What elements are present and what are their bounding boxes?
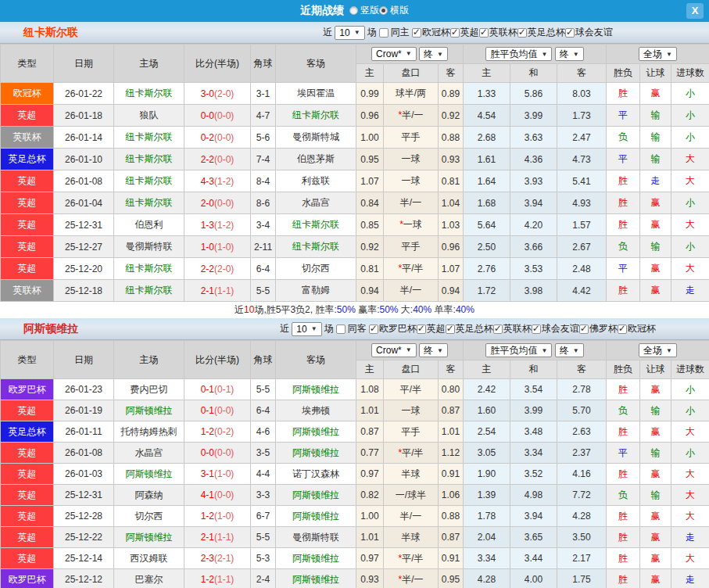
cell-away-team: 曼彻斯特联 [276,527,356,548]
cell-corners: 5-5 [251,379,276,400]
cell-spread-result: 赢 [640,192,671,214]
checkbox-checked-icon[interactable] [532,324,541,334]
avg-time-select[interactable]: 终▼ [555,47,584,61]
orientation-radio[interactable]: 竖版 [349,4,379,17]
avg-time-select[interactable]: 终▼ [555,343,584,357]
avg-group-header: 胜平负均值▼ 终▼ [464,45,607,64]
competition-filter[interactable]: 英超 [450,26,479,39]
checkbox-checked-icon[interactable] [417,324,426,334]
checkbox-checked-icon[interactable] [618,324,627,334]
halftime-score: (1-2) [214,220,234,231]
games-count-select[interactable]: 10▼ [335,26,364,40]
col-home: 主场 [114,341,184,379]
avg-type-select[interactable]: 胜平负均值▼ [485,47,552,61]
checkbox-checked-icon[interactable] [579,324,589,334]
cell-corners: 2-4 [251,569,276,588]
cell-corners: 8-6 [251,192,276,214]
goals-result-value: 走 [686,285,695,296]
competition-filter[interactable]: 英超 [417,322,446,335]
spread-result-value: 赢 [651,384,661,395]
radio-selected-icon[interactable] [379,6,388,15]
cell-result: 胜 [607,569,640,588]
cell-avg-away: 2.37 [557,443,607,464]
close-button[interactable]: X [686,3,704,19]
avg-type-select[interactable]: 胜平负均值▼ [485,343,552,357]
competition-filter[interactable]: 球会友谊 [565,26,613,39]
avg-type-value: 胜平负均值 [490,48,537,61]
spread-result-value: 赢 [651,553,661,564]
cell-handicap: 半/一 [384,280,439,302]
spread-result-value: 赢 [651,511,661,522]
checkbox-checked-icon[interactable] [479,28,489,38]
cell-corners: 5-5 [251,527,276,548]
cell-spread-result: 输 [640,400,671,421]
cell-odds-home: 0.96 [356,105,384,127]
cell-odds-home: 1.08 [356,379,384,400]
competition-filter[interactable]: 英足总杯 [446,322,493,335]
cell-odds-away: 1.06 [439,485,464,506]
col-type: 类型 [1,341,54,379]
competition-filter[interactable]: 欧冠杯 [412,26,450,39]
bookmaker-select[interactable]: Crow*▼ [371,343,417,357]
competition-filter[interactable]: 欧罗巴杯 [369,322,417,335]
fulltime-score: 1-2 [201,574,214,585]
sub-handicap: 盘口 [384,64,439,83]
chevron-down-icon: ▼ [354,29,360,36]
checkbox-unchecked-icon[interactable] [379,28,389,38]
cell-avg-away: 7.72 [557,485,607,506]
fulltime-score: 4-1 [201,489,214,500]
home-team-name: 纽卡斯尔联 [126,131,173,142]
checkbox-checked-icon[interactable] [517,28,527,38]
cell-avg-draw: 4.20 [510,214,557,236]
cell-competition: 英超 [1,485,54,506]
cell-avg-draw: 3.52 [510,464,557,485]
games-count-select[interactable]: 10▼ [292,322,321,336]
handicap-value: 球半/两 [396,88,426,99]
checkbox-checked-icon[interactable] [565,28,575,38]
cell-handicap: *半/一 [384,569,439,588]
summary-segment: 40% [413,304,431,315]
result-value: 胜 [618,532,628,543]
goals-result-value: 小 [686,384,695,395]
competition-filter[interactable]: 英足总杯 [517,26,565,39]
checkbox-checked-icon[interactable] [412,28,421,38]
match-row: 英超25-12-22阿斯顿维拉2-1(1-1)5-5曼彻斯特联1.01半球0.8… [1,527,709,548]
odds-time-select[interactable]: 终▼ [419,47,448,61]
away-team-name: 阿斯顿维拉 [292,426,339,437]
chevron-down-icon: ▼ [666,51,672,58]
cell-goals-result: 小 [671,192,709,214]
cell-score: 1-3(1-2) [184,214,251,236]
checkbox-checked-icon[interactable] [493,324,503,334]
cell-avg-draw: 3.99 [510,105,557,127]
halftime-score: (1-0) [214,468,234,479]
spread-result-value: 输 [651,405,661,416]
goals-result-value: 走 [686,532,695,543]
bookmaker-select[interactable]: Crow*▼ [371,47,417,61]
goals-result-value: 小 [686,109,695,120]
competition-filter-label: 欧冠杯 [628,322,656,335]
chevron-down-icon: ▼ [311,325,317,332]
competition-filter[interactable]: 佛罗杯 [579,322,618,335]
match-row: 英超26-01-19阿斯顿维拉0-1(0-0)6-4埃弗顿1.01一球0.871… [1,400,709,421]
checkbox-checked-icon[interactable] [369,324,378,334]
cell-date: 26-01-08 [54,170,114,192]
competition-filter-label: 欧罗巴杯 [379,322,417,335]
cell-avg-draw: 5.86 [510,83,557,105]
competition-filter[interactable]: 英联杯 [493,322,532,335]
odds-time-select[interactable]: 终▼ [419,343,448,357]
checkbox-checked-icon[interactable] [450,28,460,38]
orientation-radio[interactable]: 横版 [379,4,409,17]
scope-select[interactable]: 全场▼ [639,343,677,357]
competition-filter[interactable]: 英联杯 [479,26,517,39]
radio-unselected-icon[interactable] [349,6,358,15]
checkbox-checked-icon[interactable] [446,324,455,334]
scope-select[interactable]: 全场▼ [639,47,677,61]
cell-score: 0-0(0-0) [184,443,251,464]
competition-filter[interactable]: 欧冠杯 [618,322,656,335]
cell-odds-away: 1.07 [439,258,464,280]
cell-handicap: 一球 [384,149,439,170]
checkbox-unchecked-icon[interactable] [336,324,346,334]
cell-away-team: 阿斯顿维拉 [276,548,356,569]
fulltime-score: 0-0 [201,110,214,121]
competition-filter[interactable]: 球会友谊 [532,322,579,335]
